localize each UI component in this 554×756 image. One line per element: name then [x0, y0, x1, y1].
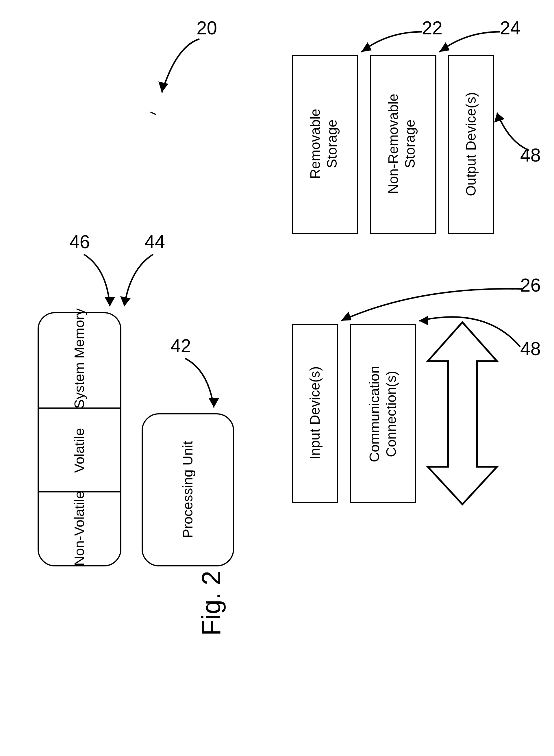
- svg-marker-1: [158, 81, 168, 93]
- text-line: Removable: [307, 54, 324, 233]
- svg-marker-4: [209, 398, 219, 407]
- text-line: Communication: [366, 322, 383, 507]
- nonvolatile-label: Non-Volatile: [71, 487, 88, 571]
- tick-mark: [150, 112, 156, 115]
- lead-line: [176, 355, 228, 416]
- lead-line: [410, 289, 526, 353]
- figure-label-text: Fig. 2: [197, 571, 226, 636]
- output-devices-label: Output Device(s): [463, 55, 480, 234]
- svg-marker-7: [494, 113, 505, 122]
- nonremovable-storage-label: Non-Removable Storage: [385, 54, 418, 233]
- text-line: Storage: [402, 54, 419, 233]
- figure-label: Fig. 2: [197, 571, 226, 636]
- lead-line: [488, 107, 538, 159]
- comm-connections-label: Communication Connection(s): [366, 322, 399, 507]
- text-line: Connection(s): [383, 322, 400, 507]
- lead-line: [150, 35, 208, 110]
- svg-marker-2: [105, 297, 115, 306]
- ref-44: 44: [145, 231, 165, 252]
- svg-marker-5: [361, 42, 372, 52]
- svg-marker-3: [120, 296, 131, 306]
- input-devices-label: Input Device(s): [307, 324, 323, 503]
- lead-line: [116, 251, 168, 315]
- text-line: Storage: [324, 54, 340, 233]
- svg-marker-6: [439, 42, 450, 52]
- system-memory-label: System Memory: [71, 310, 88, 409]
- volatile-label: Volatile: [71, 424, 88, 476]
- svg-marker-9: [419, 315, 428, 326]
- svg-marker-8: [341, 311, 351, 321]
- lead-line: [431, 26, 506, 69]
- lead-line: [352, 26, 428, 64]
- ref-42: 42: [170, 335, 191, 357]
- removable-storage-label: Removable Storage: [307, 54, 340, 233]
- figure-2-diagram: System Memory Volatile Non-Volatile Proc…: [0, 0, 554, 756]
- processing-unit-label: Processing Unit: [179, 441, 196, 539]
- text-line: Non-Removable: [385, 54, 402, 233]
- ref-46: 46: [69, 231, 90, 252]
